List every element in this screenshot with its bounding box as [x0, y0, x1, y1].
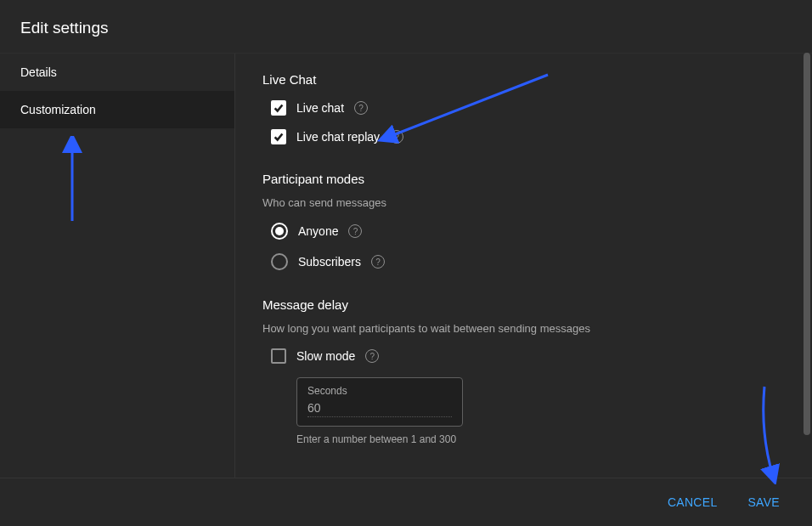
help-icon[interactable]: ? — [371, 255, 385, 269]
sidebar-item-label: Details — [20, 65, 57, 79]
settings-dialog: Edit settings Details Customization Live… — [0, 0, 812, 526]
option-live-chat[interactable]: Live chat ? — [262, 97, 785, 119]
section-title: Live Chat — [262, 72, 785, 87]
option-label: Subscribers — [298, 255, 361, 269]
seconds-input[interactable] — [307, 401, 452, 417]
checkbox-slow-mode[interactable] — [271, 348, 286, 364]
option-slow-mode[interactable]: Slow mode ? — [262, 345, 785, 367]
section-subtitle: How long you want participants to wait b… — [262, 322, 785, 335]
sidebar: Details Customization — [0, 54, 235, 478]
save-button[interactable]: SAVE — [736, 489, 792, 516]
dialog-footer: CANCEL SAVE — [0, 478, 812, 526]
cancel-button[interactable]: CANCEL — [656, 489, 730, 516]
main-panel: Live Chat Live chat ? Live chat replay ? — [235, 54, 812, 478]
dialog-title: Edit settings — [0, 0, 812, 53]
option-anyone[interactable]: Anyone ? — [262, 219, 785, 243]
section-live-chat: Live Chat Live chat ? Live chat replay ? — [262, 72, 785, 148]
option-subscribers[interactable]: Subscribers ? — [262, 250, 785, 274]
seconds-input-box[interactable]: Seconds — [296, 377, 463, 427]
checkbox-live-chat-replay[interactable] — [271, 129, 286, 144]
section-title: Participant modes — [262, 172, 785, 186]
help-icon[interactable]: ? — [348, 224, 362, 238]
radio-subscribers[interactable] — [271, 253, 288, 270]
section-subtitle: Who can send messages — [262, 196, 785, 209]
option-live-chat-replay[interactable]: Live chat replay ? — [262, 126, 785, 148]
help-icon[interactable]: ? — [390, 130, 403, 144]
section-message-delay: Message delay How long you want particip… — [262, 297, 785, 445]
help-icon[interactable]: ? — [354, 101, 368, 115]
option-label: Live chat replay — [296, 130, 380, 144]
checkbox-live-chat[interactable] — [271, 100, 286, 116]
sidebar-item-label: Customization — [20, 103, 96, 116]
dialog-body: Details Customization Live Chat Live cha… — [0, 53, 812, 478]
option-label: Anyone — [298, 224, 338, 238]
sidebar-item-details[interactable]: Details — [0, 54, 234, 91]
section-title: Message delay — [262, 297, 785, 312]
seconds-input-wrap: Seconds Enter a number between 1 and 300 — [296, 377, 785, 445]
option-label: Slow mode — [296, 349, 355, 363]
sidebar-item-customization[interactable]: Customization — [0, 91, 234, 128]
section-participant-modes: Participant modes Who can send messages … — [262, 172, 785, 274]
input-hint: Enter a number between 1 and 300 — [296, 433, 785, 445]
help-icon[interactable]: ? — [365, 349, 379, 363]
option-label: Live chat — [296, 101, 344, 115]
radio-anyone[interactable] — [271, 223, 288, 240]
input-floating-label: Seconds — [307, 385, 452, 397]
scrollbar[interactable] — [804, 53, 810, 435]
